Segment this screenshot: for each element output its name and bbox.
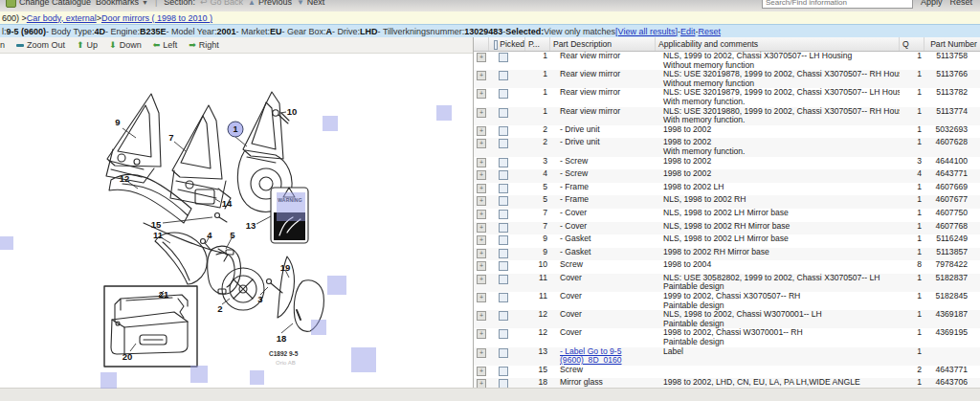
expand-icon[interactable]: + <box>477 184 486 193</box>
diagram-part-label-21[interactable]: 21 <box>159 289 169 300</box>
picked-checkbox[interactable] <box>499 89 508 99</box>
picked-checkbox[interactable] <box>499 170 508 180</box>
breadcrumb-link-door-mirrors[interactable]: Door mirrors ( 1998 to 2010 ) <box>101 13 212 23</box>
picked-checkbox[interactable] <box>499 293 508 302</box>
change-catalogue-button[interactable]: Change Catalogue <box>6 0 91 8</box>
table-row[interactable]: +7- CoverNLS, 1998 to 2002 LH Mirror bas… <box>474 209 980 222</box>
picked-checkbox[interactable] <box>499 311 508 321</box>
expand-icon[interactable]: + <box>477 126 486 136</box>
next-button[interactable]: ▼ Next <box>297 0 324 7</box>
table-row[interactable]: +11CoverNLS: USE 30582802, 1999 to 2002,… <box>474 274 980 292</box>
table-row[interactable]: +5- Frame1998 to 2002 LH14607669 <box>474 183 980 196</box>
zoom-in-button-cut[interactable]: n <box>0 40 5 50</box>
expand-icon[interactable]: + <box>477 223 486 233</box>
picked-checkbox[interactable] <box>499 210 508 219</box>
picked-checkbox[interactable] <box>499 71 508 80</box>
diagram-part-label-12[interactable]: 12 <box>120 173 130 184</box>
vehicle-bar-link[interactable]: Reset <box>698 27 721 36</box>
zoom-out-button[interactable]: Zoom Out <box>16 40 65 50</box>
vehicle-bar-link[interactable]: [View all results] <box>615 27 678 36</box>
expand-icon[interactable]: + <box>477 293 486 302</box>
picked-checkbox[interactable] <box>499 261 508 271</box>
header-applicability[interactable]: Applicability and comments <box>656 37 900 51</box>
breadcrumb-link-car-body[interactable]: Car body, external <box>27 13 97 23</box>
table-row[interactable]: +9- Gasket1998 to 2002 RH Mirror base151… <box>474 248 980 261</box>
picked-checkbox[interactable] <box>499 379 508 388</box>
pan-up-button[interactable]: ⬆ Up <box>77 40 98 50</box>
picked-checkbox[interactable] <box>499 108 508 118</box>
expand-icon[interactable]: + <box>477 158 486 167</box>
table-row[interactable]: +1Rear view mirrorNLS: USE 32019880, 199… <box>474 107 980 125</box>
table-row[interactable]: +10Screw1998 to 200487978422 <box>474 260 980 274</box>
diagram-part-label-5[interactable]: 5 <box>230 230 234 240</box>
table-row[interactable]: +7- CoverNLS, 1998 to 2002 RH Mirror bas… <box>474 222 980 235</box>
table-row[interactable]: +15Screw24643771 <box>474 366 980 379</box>
header-checkbox[interactable] <box>494 40 498 50</box>
expand-icon[interactable]: + <box>477 275 486 284</box>
table-row[interactable]: +9- GasketNLS, 1998 to 2002 LH Mirror ba… <box>474 234 980 248</box>
previous-button[interactable]: ▲ Previous <box>248 0 292 7</box>
picked-checkbox[interactable] <box>499 196 508 206</box>
bookmarks-button[interactable]: Bookmarks ▼ <box>96 0 148 7</box>
picked-checkbox[interactable] <box>499 275 508 284</box>
exploded-diagram-panel[interactable]: WARNING C1892 9-5 Orio AB 97110121415131… <box>0 54 473 388</box>
reset-button[interactable]: Reset <box>949 0 972 7</box>
picked-checkbox[interactable] <box>499 367 508 376</box>
table-row[interactable]: +1Rear view mirrorNLS, 1999 to 2002, Cha… <box>474 52 980 70</box>
diagram-part-label-7[interactable]: 7 <box>168 132 173 143</box>
expand-icon[interactable]: + <box>477 348 486 358</box>
header-part-description[interactable]: Part Description <box>550 37 656 51</box>
table-row[interactable]: +2- Drive unit1998 to 200215032693 <box>474 125 980 139</box>
expand-icon[interactable]: + <box>477 311 486 321</box>
diagram-part-label-9[interactable]: 9 <box>115 117 120 127</box>
expand-icon[interactable]: + <box>477 170 486 180</box>
table-row[interactable]: +12Cover1998 to 2002, Chassi W3070001-- … <box>474 328 980 346</box>
vehicle-bar-link[interactable]: Edit <box>680 27 696 36</box>
table-row[interactable]: +12CoverNLS, 1998 to 2002, Chassi W30700… <box>474 310 980 328</box>
picked-checkbox[interactable] <box>499 139 508 148</box>
search-input[interactable] <box>762 0 913 9</box>
diagram-part-label-3[interactable]: 3 <box>257 294 262 304</box>
pan-right-button[interactable]: ➡ Right <box>189 40 219 50</box>
diagram-part-label-1[interactable]: 1 <box>228 122 244 138</box>
picked-checkbox[interactable] <box>499 235 508 245</box>
pan-left-button[interactable]: ⬅ Left <box>153 40 178 50</box>
picked-checkbox[interactable] <box>499 126 508 136</box>
diagram-part-label-18[interactable]: 18 <box>277 333 287 344</box>
expand-icon[interactable]: + <box>477 367 486 376</box>
header-quantity[interactable]: Q <box>900 37 924 51</box>
expand-icon[interactable]: + <box>477 139 486 148</box>
table-row[interactable]: +18Mirror glass1998 to 2002, LHD, CN, EU… <box>474 378 980 388</box>
expand-icon[interactable]: + <box>477 53 486 62</box>
picked-checkbox[interactable] <box>499 223 508 233</box>
diagram-part-label-10[interactable]: 10 <box>287 106 298 117</box>
expand-icon[interactable]: + <box>477 108 486 118</box>
apply-button[interactable]: Apply <box>921 0 943 7</box>
header-part-number[interactable]: Part Number <box>924 37 980 51</box>
go-back-button[interactable]: ↩ Go Back <box>200 0 243 7</box>
table-row[interactable]: +4- Screw1998 to 200244643771 <box>474 169 980 183</box>
expand-icon[interactable]: + <box>477 329 486 339</box>
table-row[interactable]: +13- Label Go to 9-5(9600)_8D_0160Label1 <box>474 347 980 366</box>
picked-checkbox[interactable] <box>499 249 508 258</box>
part-description-line[interactable]: (9600)_8D_0160 <box>560 356 656 366</box>
table-row[interactable]: +1Rear view mirrorNLS: USE 32019878, 199… <box>474 70 980 88</box>
table-row[interactable]: +3- Screw1998 to 200234644100 <box>474 157 980 170</box>
diagram-part-label-13[interactable]: 13 <box>246 220 256 231</box>
expand-icon[interactable]: + <box>477 261 486 271</box>
table-row[interactable]: +11Cover1999 to 2002, Chassi X3070507-- … <box>474 292 980 310</box>
diagram-part-label-19[interactable]: 19 <box>280 262 291 273</box>
expand-icon[interactable]: + <box>477 71 486 80</box>
diagram-part-label-15[interactable]: 15 <box>151 219 162 230</box>
header-pos[interactable]: P... <box>525 37 550 51</box>
table-row[interactable]: +2- Drive unit1998 to 2002With memory fu… <box>474 138 980 156</box>
picked-checkbox[interactable] <box>499 53 508 62</box>
diagram-part-label-14[interactable]: 14 <box>222 198 233 209</box>
expand-icon[interactable]: + <box>477 235 486 245</box>
diagram-part-label-2[interactable]: 2 <box>217 303 222 314</box>
picked-checkbox[interactable] <box>499 348 508 358</box>
picked-checkbox[interactable] <box>499 158 508 167</box>
diagram-part-label-4[interactable]: 4 <box>207 230 212 240</box>
table-row[interactable]: +5- FrameNLS, 1998 to 2002 RH14607677 <box>474 195 980 209</box>
picked-checkbox[interactable] <box>499 329 508 339</box>
